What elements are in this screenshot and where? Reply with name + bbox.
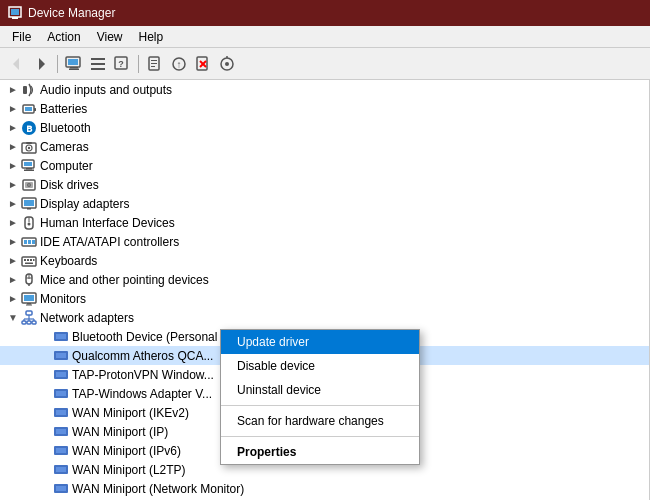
expand-ide[interactable]: ► xyxy=(8,237,18,247)
tree-item-wan-nm[interactable]: WAN Miniport (Network Monitor) xyxy=(0,479,649,498)
list-button[interactable] xyxy=(87,53,109,75)
label-hid: Human Interface Devices xyxy=(40,216,175,230)
menu-action[interactable]: Action xyxy=(39,28,88,46)
ctx-update-driver[interactable]: Update driver xyxy=(221,330,419,354)
label-keyboards: Keyboards xyxy=(40,254,97,268)
tree-item-network[interactable]: ▼ Network adapters xyxy=(0,308,649,327)
svg-rect-56 xyxy=(27,259,29,261)
tree-item-computer[interactable]: ► Computer xyxy=(0,156,649,175)
tree-item-monitors[interactable]: ► Monitors xyxy=(0,289,649,308)
tree-item-audio[interactable]: ► Audio inputs and outputs xyxy=(0,80,649,99)
svg-point-24 xyxy=(225,62,229,66)
uninstall-button[interactable] xyxy=(192,53,214,75)
ctx-separator-2 xyxy=(221,436,419,437)
expand-batteries[interactable]: ► xyxy=(8,104,18,114)
expand-audio[interactable]: ► xyxy=(8,85,18,95)
expand-display[interactable]: ► xyxy=(8,199,18,209)
label-tap-proton: TAP-ProtonVPN Window... xyxy=(72,368,214,382)
svg-rect-37 xyxy=(24,162,32,166)
tree-item-display[interactable]: ► Display adapters xyxy=(0,194,649,213)
svg-rect-68 xyxy=(26,311,32,315)
tree-item-cameras[interactable]: ► Cameras xyxy=(0,137,649,156)
svg-rect-1 xyxy=(11,9,19,15)
label-wan-ikev2: WAN Miniport (IKEv2) xyxy=(72,406,189,420)
svg-rect-54 xyxy=(22,257,36,266)
back-button[interactable] xyxy=(6,53,28,75)
icon-computer xyxy=(21,158,37,174)
tree-item-batteries[interactable]: ► Batteries xyxy=(0,99,649,118)
expand-bluetooth[interactable]: ► xyxy=(8,123,18,133)
label-wan-l2tp: WAN Miniport (L2TP) xyxy=(72,463,186,477)
label-bluetooth: Bluetooth xyxy=(40,121,91,135)
svg-rect-58 xyxy=(33,259,35,261)
icon-mice xyxy=(21,272,37,288)
svg-rect-26 xyxy=(23,86,27,94)
svg-marker-4 xyxy=(39,58,45,70)
icon-bluetooth: ʙ xyxy=(21,120,37,136)
expand-bt-pan xyxy=(40,332,50,342)
svg-rect-51 xyxy=(24,240,27,244)
icon-bt-pan xyxy=(53,329,69,345)
svg-rect-35 xyxy=(26,142,32,144)
svg-rect-6 xyxy=(68,59,78,65)
expand-network[interactable]: ▼ xyxy=(8,313,18,323)
label-batteries: Batteries xyxy=(40,102,87,116)
svg-rect-80 xyxy=(56,353,66,358)
tree-item-keyboards[interactable]: ► Keyboards xyxy=(0,251,649,270)
app-icon xyxy=(8,6,22,20)
icon-qualcomm xyxy=(53,348,69,364)
tree-item-diskdrives[interactable]: ► Disk drives xyxy=(0,175,649,194)
expand-wan-ikev2 xyxy=(40,408,50,418)
svg-rect-55 xyxy=(24,259,26,261)
ctx-separator-1 xyxy=(221,405,419,406)
label-audio: Audio inputs and outputs xyxy=(40,83,172,97)
svg-rect-2 xyxy=(12,17,18,19)
tree-item-mice[interactable]: ► Mice and other pointing devices xyxy=(0,270,649,289)
ctx-uninstall-device[interactable]: Uninstall device xyxy=(221,378,419,402)
svg-rect-10 xyxy=(91,63,105,65)
ctx-scan-hardware[interactable]: Scan for hardware changes xyxy=(221,409,419,433)
expand-cameras[interactable]: ► xyxy=(8,142,18,152)
icon-wan-l2tp xyxy=(53,462,69,478)
svg-point-34 xyxy=(28,146,30,148)
svg-rect-94 xyxy=(56,486,66,491)
svg-rect-53 xyxy=(32,240,35,244)
svg-rect-67 xyxy=(26,304,32,305)
svg-rect-82 xyxy=(56,372,66,377)
icon-tap-win xyxy=(53,386,69,402)
forward-button[interactable] xyxy=(30,53,52,75)
label-wan-ipv6: WAN Miniport (IPv6) xyxy=(72,444,181,458)
computer-button[interactable] xyxy=(63,53,85,75)
expand-mice[interactable]: ► xyxy=(8,275,18,285)
svg-rect-66 xyxy=(27,303,31,305)
ctx-properties[interactable]: Properties xyxy=(221,440,419,464)
expand-computer[interactable]: ► xyxy=(8,161,18,171)
help-button[interactable]: ? xyxy=(111,53,133,75)
expand-diskdrives[interactable]: ► xyxy=(8,180,18,190)
icon-monitors xyxy=(21,291,37,307)
device-tree[interactable]: ► Audio inputs and outputs ► Batteri xyxy=(0,80,650,500)
svg-rect-17 xyxy=(151,66,155,67)
expand-wan-l2tp xyxy=(40,465,50,475)
menu-file[interactable]: File xyxy=(4,28,39,46)
tree-item-ide[interactable]: ► IDE ATA/ATAPI controllers xyxy=(0,232,649,251)
svg-rect-8 xyxy=(69,68,79,70)
svg-rect-71 xyxy=(32,321,36,324)
expand-hid[interactable]: ► xyxy=(8,218,18,228)
tree-item-bluetooth[interactable]: ► ʙ Bluetooth xyxy=(0,118,649,137)
menu-view[interactable]: View xyxy=(89,28,131,46)
label-wan-ip: WAN Miniport (IP) xyxy=(72,425,168,439)
svg-marker-3 xyxy=(13,58,19,70)
svg-rect-69 xyxy=(22,321,26,324)
label-wan-nm: WAN Miniport (Network Monitor) xyxy=(72,482,244,496)
menu-help[interactable]: Help xyxy=(131,28,172,46)
scan-button[interactable] xyxy=(216,53,238,75)
ctx-disable-device[interactable]: Disable device xyxy=(221,354,419,378)
tree-item-hid[interactable]: ► Human Interface Devices xyxy=(0,213,649,232)
icon-diskdrives xyxy=(21,177,37,193)
icon-hid xyxy=(21,215,37,231)
update-driver-button[interactable]: ↑ xyxy=(168,53,190,75)
expand-monitors[interactable]: ► xyxy=(8,294,18,304)
expand-keyboards[interactable]: ► xyxy=(8,256,18,266)
properties-button[interactable] xyxy=(144,53,166,75)
